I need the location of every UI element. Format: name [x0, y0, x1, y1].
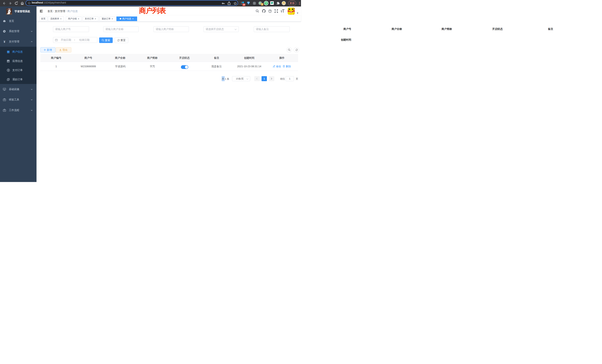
- svg-text:¥: ¥: [4, 40, 5, 43]
- svg-text:¥: ¥: [8, 69, 9, 71]
